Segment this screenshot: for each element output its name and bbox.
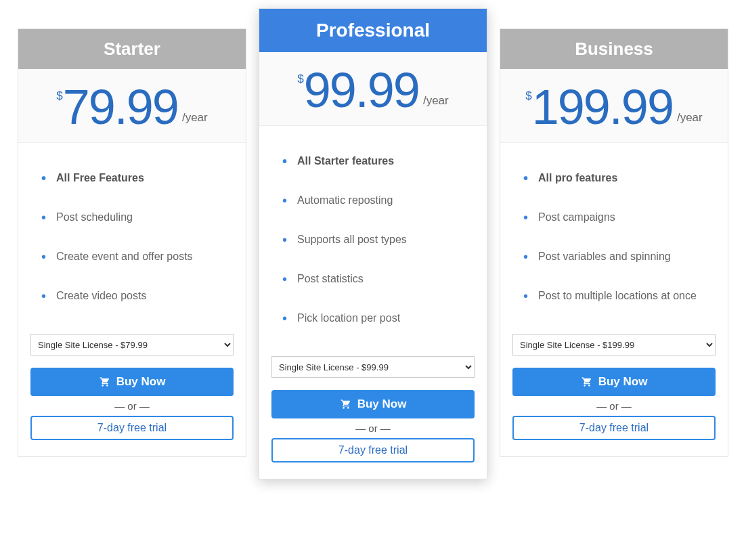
price-amount: 199.99 <box>532 83 673 131</box>
feature-item: Post variables and spinning <box>523 249 705 265</box>
license-select[interactable]: Single Site License - $79.99 <box>30 334 234 356</box>
pricing-table: Starter $ 79.99 /year All Free Features … <box>0 0 746 479</box>
feature-item: Supports all post types <box>282 232 464 248</box>
plan-card-business: Business $ 199.99 /year All pro features… <box>500 28 728 457</box>
feature-item: All Free Features <box>41 170 223 186</box>
plan-card-starter: Starter $ 79.99 /year All Free Features … <box>18 28 246 457</box>
feature-list: All pro features Post campaigns Post var… <box>500 143 728 334</box>
feature-item: All pro features <box>523 170 705 186</box>
license-select[interactable]: Single Site License - $199.99 <box>512 334 716 356</box>
plan-header: Business <box>500 29 728 69</box>
license-select[interactable]: Single Site License - $99.99 <box>271 356 475 378</box>
feature-item: Post campaigns <box>523 209 705 225</box>
feature-item: Post scheduling <box>41 209 223 225</box>
buy-label: Buy Now <box>598 375 648 389</box>
currency: $ <box>56 89 62 103</box>
or-separator: — or — <box>30 400 234 412</box>
buy-button[interactable]: Buy Now <box>271 390 475 418</box>
feature-item: Pick location per post <box>282 310 464 326</box>
price-amount: 79.99 <box>63 83 178 131</box>
price-period: /year <box>423 94 449 108</box>
trial-button[interactable]: 7-day free trial <box>271 438 475 462</box>
price-area: $ 79.99 /year <box>18 69 246 143</box>
currency: $ <box>297 72 303 86</box>
feature-list: All Free Features Post scheduling Create… <box>18 143 246 334</box>
plan-header: Professional <box>259 9 487 52</box>
buy-label: Buy Now <box>357 397 407 411</box>
cart-icon <box>99 376 111 387</box>
cart-icon <box>581 376 593 387</box>
currency: $ <box>525 89 531 103</box>
feature-item: Post to multiple locations at once <box>523 288 705 304</box>
price-amount: 99.99 <box>304 66 419 114</box>
cart-icon <box>340 399 352 410</box>
feature-item: Create video posts <box>41 288 223 304</box>
price-period: /year <box>182 111 208 125</box>
or-separator: — or — <box>271 423 475 434</box>
feature-item: Create event and offer posts <box>41 249 223 265</box>
feature-item: Automatic reposting <box>282 192 464 209</box>
buy-label: Buy Now <box>116 375 166 389</box>
price-period: /year <box>677 111 703 125</box>
plan-header: Starter <box>18 29 246 69</box>
or-separator: — or — <box>512 400 716 412</box>
buy-button[interactable]: Buy Now <box>512 368 716 396</box>
price-area: $ 99.99 /year <box>259 52 487 126</box>
trial-button[interactable]: 7-day free trial <box>512 416 716 440</box>
trial-button[interactable]: 7-day free trial <box>30 416 234 440</box>
price-area: $ 199.99 /year <box>500 69 728 143</box>
feature-item: Post statistics <box>282 271 464 287</box>
plan-card-professional: Professional $ 99.99 /year All Starter f… <box>259 8 487 479</box>
feature-item: All Starter features <box>282 153 464 169</box>
buy-button[interactable]: Buy Now <box>30 368 234 396</box>
feature-list: All Starter features Automatic reposting… <box>259 126 487 356</box>
